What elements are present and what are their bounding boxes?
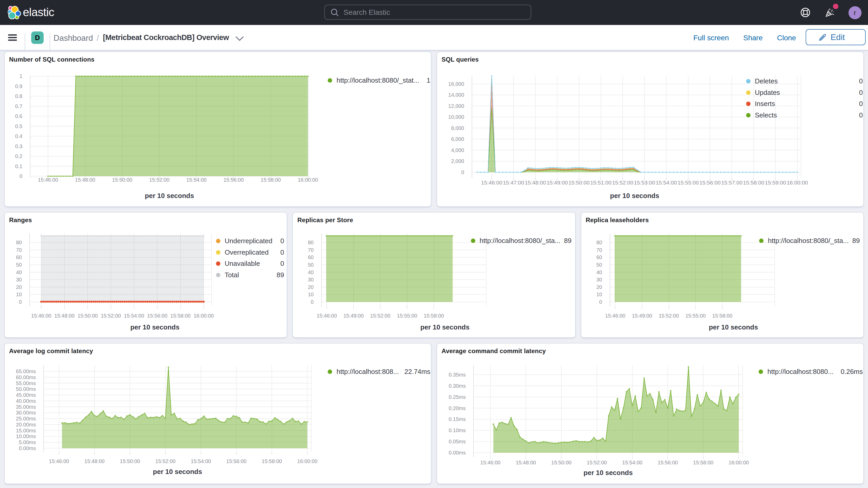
- svg-text:0.9: 0.9: [15, 84, 22, 89]
- svg-text:15:54:00: 15:54:00: [186, 177, 207, 183]
- svg-text:40.00ms: 40.00ms: [16, 398, 36, 404]
- svg-text:0: 0: [20, 173, 22, 179]
- svg-text:15:48:00: 15:48:00: [75, 177, 95, 183]
- svg-text:15:56:00: 15:56:00: [226, 458, 247, 464]
- svg-text:0: 0: [599, 299, 602, 305]
- svg-text:0.10ms: 0.10ms: [448, 427, 466, 433]
- svg-text:16:00:00: 16:00:00: [729, 460, 749, 465]
- svg-text:20.00ms: 20.00ms: [16, 422, 36, 427]
- svg-text:per 10 seconds: per 10 seconds: [130, 323, 179, 331]
- svg-text:10,000: 10,000: [448, 114, 464, 120]
- svg-text:50: 50: [16, 262, 22, 268]
- svg-text:per 10 seconds: per 10 seconds: [610, 192, 659, 200]
- svg-text:80: 80: [308, 240, 314, 245]
- svg-text:0: 0: [19, 299, 22, 305]
- svg-text:15:59:00: 15:59:00: [765, 180, 786, 186]
- svg-text:14,000: 14,000: [448, 92, 464, 98]
- svg-text:0.6: 0.6: [15, 113, 22, 119]
- svg-text:15:46:00: 15:46:00: [480, 460, 500, 465]
- svg-text:10.00ms: 10.00ms: [16, 433, 36, 439]
- svg-text:15:54:00: 15:54:00: [124, 313, 144, 318]
- svg-text:16:00:00: 16:00:00: [297, 458, 317, 464]
- svg-text:15:58:00: 15:58:00: [261, 177, 281, 183]
- svg-text:15:46:00: 15:46:00: [481, 180, 502, 186]
- svg-text:15:50:00: 15:50:00: [120, 458, 140, 464]
- svg-text:0.8: 0.8: [15, 93, 22, 99]
- svg-text:0.00ms: 0.00ms: [19, 446, 36, 451]
- svg-text:15:56:00: 15:56:00: [223, 177, 244, 183]
- svg-text:20: 20: [596, 284, 602, 290]
- svg-text:16,000: 16,000: [448, 81, 464, 87]
- svg-text:15:50:00: 15:50:00: [78, 313, 98, 318]
- svg-text:30: 30: [596, 277, 602, 282]
- svg-text:20: 20: [308, 284, 314, 290]
- svg-text:40: 40: [308, 270, 314, 275]
- svg-text:15:50:00: 15:50:00: [568, 180, 590, 186]
- svg-text:80: 80: [16, 240, 22, 245]
- svg-text:0: 0: [311, 299, 314, 305]
- svg-text:15:58:00: 15:58:00: [170, 313, 191, 318]
- svg-text:70: 70: [16, 247, 22, 253]
- svg-text:4,000: 4,000: [451, 147, 464, 153]
- svg-text:15:56:00: 15:56:00: [658, 460, 678, 465]
- svg-text:15:49:00: 15:49:00: [344, 313, 364, 318]
- svg-text:15:52:00: 15:52:00: [370, 313, 391, 318]
- svg-text:15:56:00: 15:56:00: [699, 180, 721, 186]
- svg-text:15:58:00: 15:58:00: [262, 458, 282, 464]
- svg-text:55.00ms: 55.00ms: [16, 380, 36, 386]
- svg-text:0.25ms: 0.25ms: [448, 394, 466, 400]
- svg-text:16:00:00: 16:00:00: [787, 180, 808, 186]
- svg-text:0.3: 0.3: [15, 144, 22, 149]
- svg-text:30: 30: [16, 277, 22, 282]
- svg-text:0.2: 0.2: [15, 153, 22, 159]
- svg-text:10: 10: [308, 292, 314, 297]
- svg-text:1: 1: [20, 73, 22, 79]
- svg-text:0.15ms: 0.15ms: [448, 416, 466, 422]
- svg-text:per 10 seconds: per 10 seconds: [709, 323, 758, 331]
- svg-text:30: 30: [308, 277, 314, 282]
- svg-text:15.00ms: 15.00ms: [16, 428, 36, 433]
- svg-text:15:46:00: 15:46:00: [31, 313, 52, 318]
- svg-text:15:54:00: 15:54:00: [191, 458, 211, 464]
- svg-text:15:49:00: 15:49:00: [632, 313, 652, 318]
- svg-text:40: 40: [596, 270, 602, 275]
- svg-text:15:53:00: 15:53:00: [634, 180, 655, 186]
- svg-text:2,000: 2,000: [451, 158, 464, 164]
- svg-text:60: 60: [16, 254, 22, 260]
- svg-text:15:52:00: 15:52:00: [658, 313, 679, 318]
- svg-text:25.00ms: 25.00ms: [16, 416, 36, 422]
- svg-text:per 10 seconds: per 10 seconds: [145, 192, 194, 200]
- svg-text:50: 50: [308, 262, 314, 268]
- svg-text:60.00ms: 60.00ms: [16, 374, 36, 380]
- svg-text:15:46:00: 15:46:00: [38, 177, 58, 183]
- svg-text:15:47:00: 15:47:00: [503, 180, 524, 186]
- svg-text:per 10 seconds: per 10 seconds: [583, 469, 632, 477]
- svg-text:15:49:00: 15:49:00: [547, 180, 568, 186]
- svg-text:15:52:00: 15:52:00: [101, 313, 121, 318]
- svg-text:0.05ms: 0.05ms: [448, 439, 466, 444]
- svg-text:6,000: 6,000: [451, 136, 464, 142]
- svg-text:70: 70: [308, 247, 314, 253]
- svg-text:80: 80: [596, 240, 602, 245]
- svg-text:15:50:00: 15:50:00: [112, 177, 132, 183]
- svg-text:12,000: 12,000: [448, 103, 464, 109]
- svg-text:15:46:00: 15:46:00: [605, 313, 625, 318]
- svg-text:50.00ms: 50.00ms: [16, 386, 36, 392]
- svg-text:15:52:00: 15:52:00: [149, 177, 169, 183]
- svg-text:0.00ms: 0.00ms: [448, 450, 466, 456]
- svg-text:10: 10: [596, 292, 602, 297]
- svg-text:8,000: 8,000: [451, 125, 464, 131]
- svg-text:0.4: 0.4: [15, 133, 22, 139]
- svg-text:40: 40: [16, 270, 22, 275]
- svg-text:15:54:00: 15:54:00: [622, 460, 643, 465]
- svg-text:60: 60: [308, 254, 314, 260]
- svg-text:15:48:00: 15:48:00: [525, 180, 546, 186]
- svg-text:35.00ms: 35.00ms: [16, 404, 36, 410]
- svg-text:15:52:00: 15:52:00: [587, 460, 607, 465]
- svg-text:15:58:00: 15:58:00: [712, 313, 732, 318]
- svg-text:0.20ms: 0.20ms: [448, 405, 466, 411]
- svg-text:15:48:00: 15:48:00: [54, 313, 74, 318]
- svg-text:per 10 seconds: per 10 seconds: [153, 468, 202, 476]
- svg-text:10: 10: [16, 292, 22, 297]
- svg-text:15:58:00: 15:58:00: [743, 180, 764, 186]
